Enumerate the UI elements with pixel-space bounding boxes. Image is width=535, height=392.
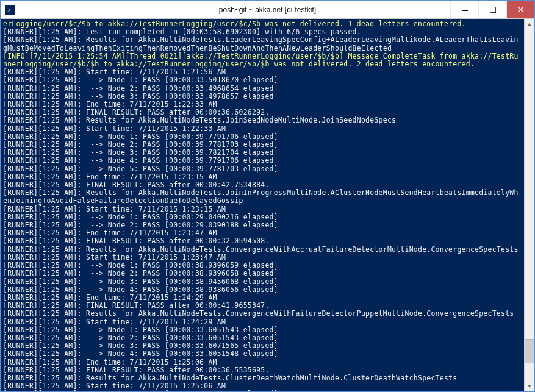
- minimize-button[interactable]: [450, 1, 478, 18]
- terminal-line: [RUNNER][1:25 AM]: --> Node 3: PASS [00:…: [3, 92, 278, 101]
- terminal-line: [RUNNER][1:25 AM]: --> Node 1: PASS [00:…: [3, 390, 278, 391]
- scroll-up-arrow[interactable]: ▲: [525, 19, 534, 29]
- terminal-line: [RUNNER][1:25 AM]: Results for Akka.Mult…: [3, 374, 457, 382]
- terminal-line: [RUNNER][1:25 AM]: End time: 7/11/2015 1…: [3, 100, 217, 109]
- app-icon: >: [5, 5, 15, 15]
- terminal-line: [RUNNER][1:25 AM]: Start time: 7/11/2015…: [3, 382, 226, 390]
- terminal-line: [RUNNER][1:25 AM]: End time: 7/11/2015 1…: [3, 173, 217, 181]
- terminal-line: [RUNNER][1:25 AM]: --> Node 3: PASS [00:…: [3, 148, 278, 157]
- terminal-line: [RUNNER][1:25 AM]: --> Node 5: PASS [00:…: [3, 165, 278, 173]
- terminal-line: [RUNNER][1:25 AM]: End time: 7/11/2015 1…: [3, 229, 217, 237]
- app-window: > posh~git ~ akka.net [di-testkit] erLog…: [0, 0, 535, 392]
- terminal-line: erLogging/user/$c/$b to akka://TestRunne…: [3, 20, 466, 28]
- terminal-line: [RUNNER][1:25 AM]: Results for Akka.Mult…: [3, 35, 519, 52]
- terminal-line: [RUNNER][1:25 AM]: Start time: 7/11/2015…: [3, 205, 226, 213]
- terminal-line: [RUNNER][1:25 AM]: End time: 7/11/2015 1…: [3, 358, 217, 366]
- terminal-line: [RUNNER][1:25 AM]: --> Node 4: PASS [00:…: [3, 156, 278, 165]
- terminal-line: [RUNNER][1:25 AM]: Start time: 7/11/2015…: [3, 124, 226, 133]
- svg-text:>: >: [7, 6, 11, 13]
- terminal-line: [RUNNER][1:25 AM]: --> Node 1: PASS [00:…: [3, 132, 278, 141]
- terminal-line: [RUNNER][1:25 AM]: --> Node 4: PASS [00:…: [3, 285, 278, 294]
- terminal-line: [RUNNER][1:25 AM]: End time: 7/11/2015 1…: [3, 293, 217, 302]
- terminal-line: [RUNNER][1:25 AM]: Test run completed in…: [3, 27, 361, 36]
- terminal-line: [RUNNER][1:25 AM]: --> Node 2: PASS [00:…: [3, 84, 278, 93]
- scroll-down-arrow[interactable]: ▼: [525, 381, 534, 391]
- vertical-scrollbar[interactable]: ▲ ▼: [524, 19, 534, 391]
- terminal-wrapper: erLogging/user/$c/$b to akka://TestRunne…: [1, 19, 534, 391]
- terminal-line: [RUNNER][1:25 AM]: Start time: 7/11/2015…: [3, 253, 226, 262]
- terminal-line: [RUNNER][1:25 AM]: Start time: 7/11/2015…: [3, 68, 226, 76]
- terminal-line: [RUNNER][1:25 AM]: --> Node 2: PASS [00:…: [3, 221, 278, 229]
- svg-rect-3: [490, 7, 496, 13]
- titlebar[interactable]: > posh~git ~ akka.net [di-testkit]: [1, 1, 534, 19]
- terminal-line: [RUNNER][1:25 AM]: --> Node 3: PASS [00:…: [3, 277, 278, 286]
- window-controls: [450, 1, 534, 18]
- terminal-line: [RUNNER][1:25 AM]: --> Node 2: PASS [00:…: [3, 140, 278, 149]
- terminal-line: [RUNNER][1:25 AM]: --> Node 1: PASS [00:…: [3, 261, 278, 269]
- terminal-line: [RUNNER][1:25 AM]: Results for Akka.Mult…: [3, 188, 519, 205]
- terminal-line: [RUNNER][1:25 AM]: FINAL RESULT: PASS af…: [3, 108, 270, 116]
- terminal-line: [RUNNER][1:25 AM]: --> Node 2: PASS [00:…: [3, 269, 278, 277]
- scroll-track[interactable]: [525, 29, 534, 381]
- terminal-line: [RUNNER][1:25 AM]: FINAL RESULT: PASS af…: [3, 366, 270, 374]
- terminal-line: [RUNNER][1:25 AM]: FINAL RESULT: PASS af…: [3, 180, 270, 189]
- terminal-output[interactable]: erLogging/user/$c/$b to akka://TestRunne…: [1, 19, 524, 391]
- close-button[interactable]: [506, 1, 534, 18]
- maximize-button[interactable]: [478, 1, 506, 18]
- terminal-line: [RUNNER][1:25 AM]: Start time: 7/11/2015…: [3, 318, 226, 326]
- terminal-line: [RUNNER][1:25 AM]: Results for Akka.Mult…: [3, 245, 519, 254]
- terminal-line: [RUNNER][1:25 AM]: FINAL RESULT: PASS af…: [3, 237, 270, 245]
- scroll-thumb[interactable]: [525, 339, 534, 363]
- terminal-line: [RUNNER][1:25 AM]: Results for Akka.Mult…: [3, 309, 514, 318]
- svg-rect-2: [462, 10, 468, 11]
- terminal-line: [RUNNER][1:25 AM]: --> Node 1: PASS [00:…: [3, 326, 278, 334]
- terminal-line: [RUNNER][1:25 AM]: --> Node 2: PASS [00:…: [3, 333, 278, 342]
- terminal-line: [RUNNER][1:25 AM]: --> Node 1: PASS [00:…: [3, 76, 278, 84]
- terminal-line: [INFO][7/11/2015 1:25:54 AM][Thread 0021…: [3, 52, 519, 68]
- terminal-line: [RUNNER][1:25 AM]: FINAL RESULT: PASS af…: [3, 301, 270, 310]
- terminal-line: [RUNNER][1:25 AM]: --> Node 1: PASS [00:…: [3, 213, 278, 221]
- terminal-line: [RUNNER][1:25 AM]: --> Node 4: PASS [00:…: [3, 349, 278, 358]
- terminal-line: [RUNNER][1:25 AM]: Results for Akka.Mult…: [3, 116, 396, 124]
- terminal-line: [RUNNER][1:25 AM]: --> Node 3: PASS [00:…: [3, 341, 278, 350]
